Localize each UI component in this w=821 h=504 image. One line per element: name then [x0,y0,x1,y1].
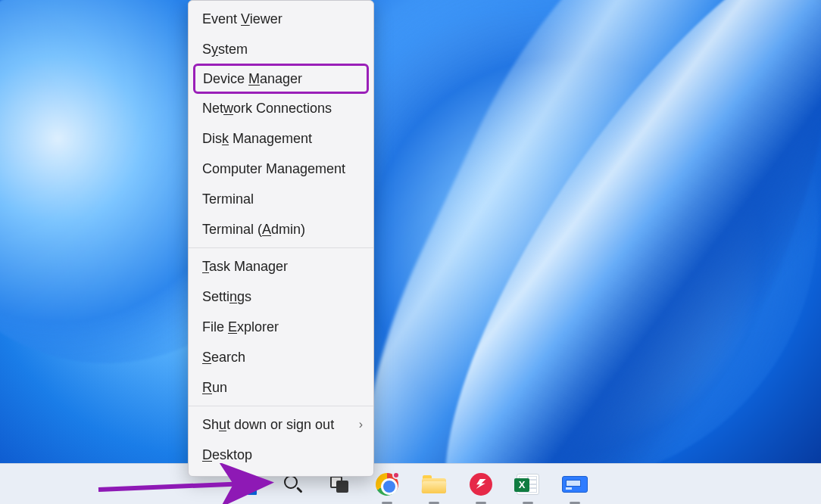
menu-item-label: Shut down or sign out [202,417,334,433]
menu-item-disk-management[interactable]: Disk Management [189,123,373,154]
menu-item-network-connections[interactable]: Network Connections [189,93,373,123]
menu-item-label: Run [202,380,227,396]
menu-item-label: File Explorer [202,319,279,335]
menu-item-desktop[interactable]: Desktop [189,440,373,470]
menu-item-shut-down[interactable]: Shut down or sign out› [189,409,373,440]
menu-item-label: Computer Management [202,161,345,177]
excel-app[interactable]: X [513,469,543,499]
menu-item-device-manager[interactable]: Device Manager [193,64,369,94]
menu-item-label: Desktop [202,447,252,463]
menu-separator [189,406,373,406]
menu-item-label: Network Connections [202,101,332,117]
menu-item-label: Event Viewer [202,11,283,27]
excel-icon: X [517,474,539,495]
menu-item-label: System [202,42,248,58]
menu-item-run[interactable]: Run [189,372,373,403]
menu-item-event-viewer[interactable]: Event Viewer [189,4,373,34]
menu-item-label: Disk Management [202,131,312,147]
menu-item-terminal-admin[interactable]: Terminal (Admin) [189,214,373,244]
menu-item-computer-management[interactable]: Computer Management [189,154,373,184]
menu-item-file-explorer[interactable]: File Explorer [189,312,373,342]
blue-window-app[interactable] [560,469,590,499]
blue-window-icon [562,476,588,493]
red-circle-app[interactable] [466,469,496,499]
red-bolt-icon [470,473,492,496]
magnifying-glass-icon [283,474,303,494]
menu-separator [189,247,373,248]
menu-item-label: Terminal (Admin) [202,222,305,238]
menu-item-label: Task Manager [202,259,288,275]
taskbar: X [0,463,821,504]
menu-item-label: Settings [202,289,251,305]
file-explorer-app[interactable] [419,469,449,499]
desktop-wallpaper: Event ViewerSystemDevice ManagerNetwork … [0,0,821,504]
folder-icon [422,475,446,493]
menu-item-task-manager[interactable]: Task Manager [189,251,373,282]
menu-item-search[interactable]: Search [189,342,373,372]
chrome-app[interactable] [372,469,402,499]
menu-item-system[interactable]: System [189,34,373,64]
menu-item-label: Search [202,350,245,366]
chevron-right-icon: › [359,418,363,431]
menu-item-label: Device Manager [203,71,302,87]
task-view-icon [330,476,350,493]
menu-item-label: Terminal [202,191,254,207]
chrome-icon [376,473,398,496]
menu-item-terminal[interactable]: Terminal [189,184,373,214]
menu-item-settings[interactable]: Settings [189,282,373,312]
power-user-menu: Event ViewerSystemDevice ManagerNetwork … [188,0,374,477]
